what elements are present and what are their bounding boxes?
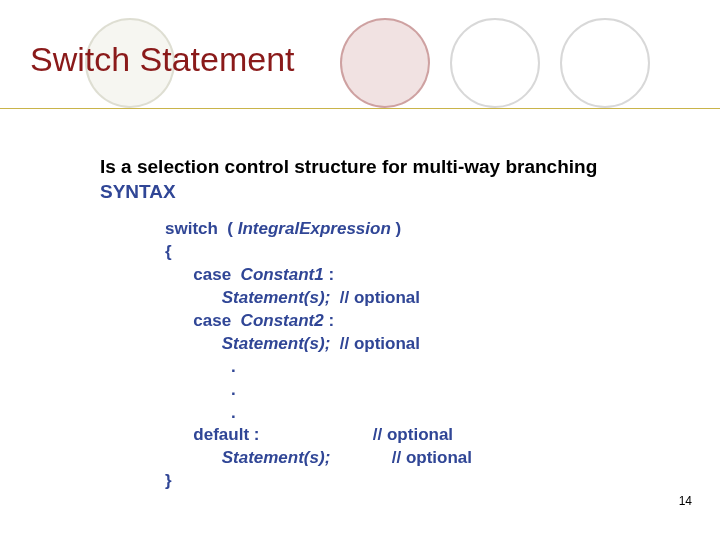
code-kw: case (165, 265, 241, 284)
decorative-circle (560, 18, 650, 108)
code-dots: . (165, 357, 236, 376)
code-dots: . (165, 380, 236, 399)
code-text: ) (391, 219, 401, 238)
code-ital: Statement(s); (222, 288, 331, 307)
code-ital: Constant1 (241, 265, 324, 284)
code-ital: Constant2 (241, 311, 324, 330)
syntax-label: SYNTAX (100, 181, 176, 202)
title-underline (0, 108, 720, 109)
code-comment: // optional (330, 288, 420, 307)
slide-title: Switch Statement (30, 40, 295, 79)
code-text: : (324, 265, 334, 284)
code-kw: case (165, 311, 241, 330)
code-kw: default : (165, 425, 259, 444)
code-text: : (324, 311, 334, 330)
code-ital: IntegralExpression (238, 219, 391, 238)
code-kw: switch ( (165, 219, 238, 238)
code-indent (165, 448, 222, 467)
decorative-circle (340, 18, 430, 108)
code-indent (165, 288, 222, 307)
decorative-circle (450, 18, 540, 108)
page-number: 14 (679, 494, 692, 508)
code-comment: // optional (259, 425, 453, 444)
intro-line: Is a selection control structure for mul… (100, 156, 597, 177)
code-comment: // optional (330, 448, 472, 467)
code-ital: Statement(s); (222, 448, 331, 467)
code-dots: . (165, 403, 236, 422)
intro-text: Is a selection control structure for mul… (100, 155, 597, 204)
code-comment: // optional (330, 334, 420, 353)
syntax-code: switch ( IntegralExpression ) { case Con… (165, 218, 472, 493)
code-brace: { (165, 242, 172, 261)
code-indent (165, 334, 222, 353)
code-ital: Statement(s); (222, 334, 331, 353)
code-brace: } (165, 471, 172, 490)
